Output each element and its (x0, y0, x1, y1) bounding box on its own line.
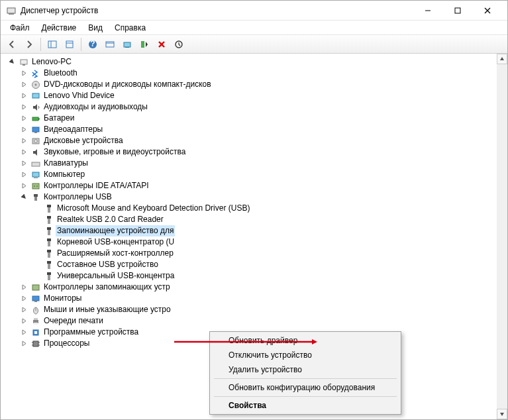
svg-text:?: ? (90, 40, 95, 48)
tree-label: Контроллеры IDE ATA/ATAPI (42, 180, 150, 191)
expand-icon[interactable] (19, 328, 28, 337)
vertical-scrollbar[interactable] (497, 54, 507, 419)
svg-point-23 (34, 83, 36, 85)
tree-category[interactable]: Мониторы (5, 293, 507, 304)
context-menu-item[interactable]: Обновить конфигурацию оборудования (211, 380, 399, 395)
tree-label: Видеоадаптеры (42, 124, 104, 135)
tree-category[interactable]: Клавиатуры (5, 158, 507, 169)
menu-view[interactable]: Вид (83, 22, 108, 34)
app-window: Диспетчер устройств Файл Действие Вид Сп… (0, 0, 508, 420)
expand-icon[interactable] (19, 339, 28, 348)
tree-category[interactable]: Звуковые, игровые и видеоустройства (5, 146, 507, 158)
tree-root-node[interactable]: Lenovo-PC (5, 56, 507, 68)
uninstall-button[interactable] (136, 36, 152, 52)
collapse-icon[interactable] (7, 58, 17, 67)
svg-rect-39 (34, 197, 37, 201)
keyboard-icon (30, 158, 41, 169)
tree-category[interactable]: Видеоадаптеры (5, 124, 507, 135)
svg-rect-16 (141, 41, 144, 48)
menu-action[interactable]: Действие (36, 22, 82, 34)
tree-label: Мыши и иные указывающие устро (42, 304, 172, 315)
tree-device[interactable]: Составное USB устройство (5, 259, 507, 270)
show-hide-tree-button[interactable] (44, 36, 60, 52)
expand-icon[interactable] (19, 136, 28, 146)
tree-device[interactable]: Расширяемый хост-контроллер (5, 248, 507, 259)
tree-device[interactable]: Универсальный USB-концентра (5, 270, 507, 282)
tree-category[interactable]: Компьютер (5, 169, 507, 180)
tree-label: Корневой USB-концентратор (U (56, 236, 176, 248)
tree-label: Контроллеры запоминающих устр (42, 282, 172, 293)
scroll-up-button[interactable] (497, 54, 507, 64)
help-button[interactable]: ? (85, 36, 101, 52)
toolbar-separator (81, 38, 81, 51)
expand-icon[interactable] (19, 283, 28, 292)
forward-button[interactable] (21, 36, 37, 52)
expand-icon[interactable] (19, 125, 28, 134)
context-menu-item[interactable]: Свойства (211, 398, 399, 413)
storage-ctrl-icon (30, 282, 41, 293)
expand-icon[interactable] (19, 91, 28, 101)
toolbar: ? (1, 35, 507, 54)
usb-device-icon (43, 226, 54, 236)
tree-label: Процессоры (42, 338, 91, 349)
expand-icon[interactable] (19, 305, 28, 315)
tree-category[interactable]: Дисковые устройства (5, 135, 507, 146)
expand-icon[interactable] (19, 182, 28, 191)
computer-icon (30, 170, 41, 180)
disable-button[interactable] (154, 36, 170, 52)
properties-button[interactable] (62, 36, 77, 52)
battery-icon (30, 113, 41, 124)
tree-category[interactable]: Мыши и иные указывающие устро (5, 304, 507, 315)
scroll-down-button[interactable] (497, 409, 507, 419)
expand-icon[interactable] (19, 294, 28, 303)
vhid-icon (30, 91, 41, 101)
tree-category-usb[interactable]: Контроллеры USB (5, 191, 507, 203)
close-button[interactable] (472, 1, 502, 20)
context-menu-item[interactable]: Отключить устройство (211, 348, 399, 362)
tree-category[interactable]: Батареи (5, 113, 507, 124)
expand-icon[interactable] (19, 148, 28, 157)
svg-point-36 (34, 185, 35, 187)
tree-category[interactable]: Контроллеры запоминающих устр (5, 282, 507, 293)
tree-category[interactable]: Очереди печати (5, 315, 507, 327)
expand-icon[interactable] (19, 103, 28, 112)
maximize-button[interactable] (442, 1, 472, 20)
context-menu-item[interactable]: Удалить устройство (211, 362, 399, 377)
svg-rect-63 (34, 331, 37, 334)
tree-category[interactable]: DVD-дисководы и дисководы компакт-дисков (5, 79, 507, 90)
tree-label: Дисковые устройства (42, 135, 125, 146)
toolbar-separator (40, 38, 41, 51)
tree-label: Realtek USB 2.0 Card Reader (56, 214, 165, 225)
device-tree[interactable]: Lenovo-PC Bluetooth DVD-дисководы и диск… (1, 54, 507, 419)
tree-label: Lenovo-PC (30, 56, 73, 68)
tree-category[interactable]: Lenovo Vhid Device (5, 90, 507, 101)
menu-help[interactable]: Справка (109, 22, 151, 34)
context-menu-item[interactable]: Обновить драйвер (211, 333, 399, 348)
tree-category[interactable]: Контроллеры IDE ATA/ATAPI (5, 180, 507, 191)
enable-button[interactable] (171, 36, 187, 52)
expand-icon[interactable] (19, 114, 28, 123)
tree-device[interactable]: Realtek USB 2.0 Card Reader (5, 214, 507, 225)
tree-category[interactable]: Аудиовходы и аудиовыходы (5, 101, 507, 113)
tree-device[interactable]: Корневой USB-концентратор (U (5, 236, 507, 248)
expand-icon[interactable] (19, 170, 28, 180)
expand-icon[interactable] (19, 159, 28, 168)
tree-device[interactable]: Запоминающее устройство для (5, 225, 507, 236)
tree-category[interactable]: Bluetooth (5, 68, 507, 79)
scan-hardware-button[interactable] (102, 36, 118, 52)
usb-device-icon (43, 260, 54, 270)
expand-icon[interactable] (19, 317, 28, 326)
tree-device[interactable]: Microsoft Mouse and Keyboard Detection D… (5, 203, 507, 214)
collapse-icon[interactable] (19, 193, 28, 202)
monitor-icon (30, 293, 41, 304)
svg-rect-21 (23, 64, 25, 66)
menu-file[interactable]: Файл (5, 22, 35, 34)
expand-icon[interactable] (19, 80, 28, 89)
svg-rect-51 (48, 264, 50, 269)
tree-label: Мониторы (42, 293, 83, 304)
update-driver-button[interactable] (119, 36, 135, 52)
svg-rect-6 (48, 41, 56, 48)
back-button[interactable] (4, 36, 20, 52)
minimize-button[interactable] (413, 1, 442, 20)
expand-icon[interactable] (19, 69, 28, 78)
